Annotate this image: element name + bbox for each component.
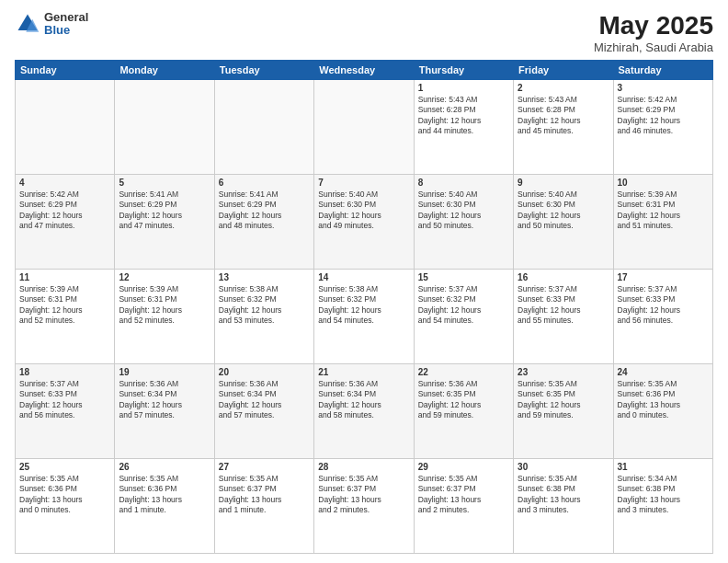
day-number: 28: [318, 462, 409, 472]
logo-icon: [15, 11, 40, 37]
logo: General Blue: [15, 11, 88, 38]
day-number: 9: [518, 178, 609, 188]
day-number: 23: [518, 367, 609, 377]
day-number: 19: [119, 367, 210, 377]
day-number: 1: [418, 83, 509, 93]
calendar-cell: 26Sunrise: 5:35 AM Sunset: 6:36 PM Dayli…: [115, 459, 214, 554]
calendar-week-row: 18Sunrise: 5:37 AM Sunset: 6:33 PM Dayli…: [16, 364, 713, 459]
day-number: 26: [119, 462, 210, 472]
day-number: 11: [19, 272, 110, 282]
day-number: 6: [219, 178, 310, 188]
day-info: Sunrise: 5:36 AM Sunset: 6:34 PM Dayligh…: [119, 379, 210, 421]
day-number: 5: [119, 178, 210, 188]
day-number: 18: [19, 367, 110, 377]
day-number: 16: [518, 272, 609, 282]
calendar-cell: [214, 80, 313, 175]
day-number: 20: [219, 367, 310, 377]
day-info: Sunrise: 5:43 AM Sunset: 6:28 PM Dayligh…: [418, 95, 509, 137]
calendar-cell: 14Sunrise: 5:38 AM Sunset: 6:32 PM Dayli…: [314, 270, 414, 364]
day-info: Sunrise: 5:35 AM Sunset: 6:35 PM Dayligh…: [518, 379, 609, 421]
day-number: 21: [318, 367, 409, 377]
calendar-cell: 9Sunrise: 5:40 AM Sunset: 6:30 PM Daylig…: [514, 175, 613, 270]
month-year: May 2025: [594, 11, 713, 40]
calendar-cell: [314, 80, 414, 175]
title-block: May 2025 Mizhirah, Saudi Arabia: [594, 11, 713, 54]
calendar-cell: 5Sunrise: 5:41 AM Sunset: 6:29 PM Daylig…: [115, 175, 214, 270]
day-info: Sunrise: 5:41 AM Sunset: 6:29 PM Dayligh…: [119, 190, 210, 232]
day-number: 25: [19, 462, 110, 472]
calendar-cell: 6Sunrise: 5:41 AM Sunset: 6:29 PM Daylig…: [214, 175, 313, 270]
calendar-table: SundayMondayTuesdayWednesdayThursdayFrid…: [15, 60, 713, 554]
day-header-monday: Monday: [115, 61, 214, 80]
day-number: 17: [618, 272, 709, 282]
day-number: 30: [518, 462, 609, 472]
day-info: Sunrise: 5:40 AM Sunset: 6:30 PM Dayligh…: [318, 190, 409, 232]
calendar-cell: 11Sunrise: 5:39 AM Sunset: 6:31 PM Dayli…: [16, 270, 115, 364]
day-number: 24: [618, 367, 709, 377]
day-number: 13: [219, 272, 310, 282]
calendar-cell: 15Sunrise: 5:37 AM Sunset: 6:32 PM Dayli…: [414, 270, 513, 364]
day-number: 8: [418, 178, 509, 188]
day-number: 12: [119, 272, 210, 282]
calendar-cell: 1Sunrise: 5:43 AM Sunset: 6:28 PM Daylig…: [414, 80, 513, 175]
calendar-cell: 16Sunrise: 5:37 AM Sunset: 6:33 PM Dayli…: [514, 270, 613, 364]
day-info: Sunrise: 5:36 AM Sunset: 6:34 PM Dayligh…: [318, 379, 409, 421]
calendar-cell: 10Sunrise: 5:39 AM Sunset: 6:31 PM Dayli…: [613, 175, 712, 270]
calendar-cell: 4Sunrise: 5:42 AM Sunset: 6:29 PM Daylig…: [16, 175, 115, 270]
calendar-cell: 22Sunrise: 5:36 AM Sunset: 6:35 PM Dayli…: [414, 364, 513, 459]
calendar-header-row: SundayMondayTuesdayWednesdayThursdayFrid…: [16, 61, 713, 80]
day-info: Sunrise: 5:35 AM Sunset: 6:37 PM Dayligh…: [219, 474, 310, 516]
day-header-saturday: Saturday: [613, 61, 712, 80]
day-header-friday: Friday: [514, 61, 613, 80]
day-number: 27: [219, 462, 310, 472]
day-number: 2: [518, 83, 609, 93]
calendar-cell: 2Sunrise: 5:43 AM Sunset: 6:28 PM Daylig…: [514, 80, 613, 175]
day-info: Sunrise: 5:35 AM Sunset: 6:38 PM Dayligh…: [518, 474, 609, 516]
calendar-week-row: 25Sunrise: 5:35 AM Sunset: 6:36 PM Dayli…: [16, 459, 713, 554]
day-info: Sunrise: 5:37 AM Sunset: 6:32 PM Dayligh…: [418, 284, 509, 327]
day-info: Sunrise: 5:35 AM Sunset: 6:37 PM Dayligh…: [318, 474, 409, 516]
day-number: 3: [618, 83, 709, 93]
calendar-cell: 24Sunrise: 5:35 AM Sunset: 6:36 PM Dayli…: [613, 364, 712, 459]
day-info: Sunrise: 5:40 AM Sunset: 6:30 PM Dayligh…: [418, 190, 509, 232]
day-info: Sunrise: 5:42 AM Sunset: 6:29 PM Dayligh…: [19, 190, 110, 232]
day-info: Sunrise: 5:42 AM Sunset: 6:29 PM Dayligh…: [618, 95, 709, 137]
header: General Blue May 2025 Mizhirah, Saudi Ar…: [15, 11, 713, 54]
day-info: Sunrise: 5:39 AM Sunset: 6:31 PM Dayligh…: [618, 190, 709, 232]
calendar-cell: [16, 80, 115, 175]
calendar-cell: 3Sunrise: 5:42 AM Sunset: 6:29 PM Daylig…: [613, 80, 712, 175]
calendar-cell: 29Sunrise: 5:35 AM Sunset: 6:37 PM Dayli…: [414, 459, 513, 554]
location: Mizhirah, Saudi Arabia: [594, 40, 713, 54]
day-number: 7: [318, 178, 409, 188]
calendar-cell: 17Sunrise: 5:37 AM Sunset: 6:33 PM Dayli…: [613, 270, 712, 364]
calendar-cell: 30Sunrise: 5:35 AM Sunset: 6:38 PM Dayli…: [514, 459, 613, 554]
logo-text: General Blue: [44, 11, 88, 38]
day-info: Sunrise: 5:35 AM Sunset: 6:36 PM Dayligh…: [119, 474, 210, 516]
calendar-cell: 7Sunrise: 5:40 AM Sunset: 6:30 PM Daylig…: [314, 175, 414, 270]
day-info: Sunrise: 5:35 AM Sunset: 6:36 PM Dayligh…: [19, 474, 110, 516]
day-info: Sunrise: 5:38 AM Sunset: 6:32 PM Dayligh…: [318, 284, 409, 327]
calendar-cell: 21Sunrise: 5:36 AM Sunset: 6:34 PM Dayli…: [314, 364, 414, 459]
calendar-cell: 27Sunrise: 5:35 AM Sunset: 6:37 PM Dayli…: [214, 459, 313, 554]
calendar-cell: 20Sunrise: 5:36 AM Sunset: 6:34 PM Dayli…: [214, 364, 313, 459]
calendar-cell: 31Sunrise: 5:34 AM Sunset: 6:38 PM Dayli…: [613, 459, 712, 554]
logo-blue: Blue: [44, 24, 88, 37]
calendar-cell: 13Sunrise: 5:38 AM Sunset: 6:32 PM Dayli…: [214, 270, 313, 364]
page: General Blue May 2025 Mizhirah, Saudi Ar…: [0, 0, 728, 563]
day-info: Sunrise: 5:39 AM Sunset: 6:31 PM Dayligh…: [19, 284, 110, 327]
day-number: 31: [618, 462, 709, 472]
calendar-cell: 19Sunrise: 5:36 AM Sunset: 6:34 PM Dayli…: [115, 364, 214, 459]
day-info: Sunrise: 5:36 AM Sunset: 6:35 PM Dayligh…: [418, 379, 509, 421]
day-header-thursday: Thursday: [414, 61, 513, 80]
calendar-cell: 28Sunrise: 5:35 AM Sunset: 6:37 PM Dayli…: [314, 459, 414, 554]
calendar-week-row: 1Sunrise: 5:43 AM Sunset: 6:28 PM Daylig…: [16, 80, 713, 175]
day-number: 10: [618, 178, 709, 188]
day-info: Sunrise: 5:43 AM Sunset: 6:28 PM Dayligh…: [518, 95, 609, 137]
calendar-week-row: 4Sunrise: 5:42 AM Sunset: 6:29 PM Daylig…: [16, 175, 713, 270]
calendar-cell: [115, 80, 214, 175]
day-number: 29: [418, 462, 509, 472]
day-info: Sunrise: 5:37 AM Sunset: 6:33 PM Dayligh…: [518, 284, 609, 327]
day-info: Sunrise: 5:39 AM Sunset: 6:31 PM Dayligh…: [119, 284, 210, 327]
calendar-cell: 18Sunrise: 5:37 AM Sunset: 6:33 PM Dayli…: [16, 364, 115, 459]
day-header-sunday: Sunday: [16, 61, 115, 80]
